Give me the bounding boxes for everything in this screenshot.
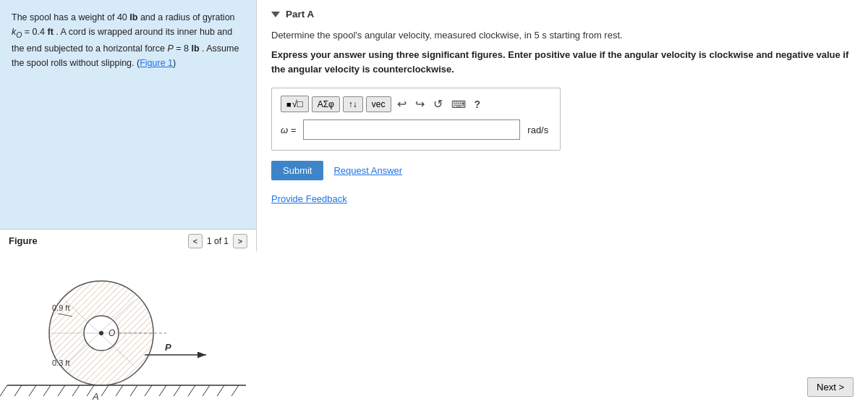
collapse-icon[interactable] <box>271 12 280 17</box>
ground-label: A <box>92 391 99 402</box>
svg-line-12 <box>159 385 166 396</box>
center-label: O <box>109 328 115 338</box>
svg-line-14 <box>188 385 195 396</box>
undo-button[interactable]: ↩ <box>394 96 409 112</box>
left-panel: The spool has a weight of 40 lb and a ra… <box>0 0 257 407</box>
inner-radius-label: 0.3 ft <box>52 358 69 367</box>
input-row: ω = rad/s <box>281 119 551 140</box>
vec-button[interactable]: vec <box>366 96 391 112</box>
svg-line-8 <box>101 385 109 396</box>
svg-line-3 <box>29 385 36 396</box>
svg-line-9 <box>116 385 123 396</box>
right-wrapper: Part A Determine the spool's angular vel… <box>257 0 868 407</box>
reset-button[interactable]: ↺ <box>430 96 446 112</box>
svg-line-10 <box>130 385 137 396</box>
action-row: Submit Request Answer <box>271 161 854 180</box>
svg-line-6 <box>72 385 80 396</box>
part-label: Part A <box>286 9 314 20</box>
instruction-text: Express your answer using three signific… <box>271 48 854 76</box>
redo-button[interactable]: ↪ <box>412 96 427 112</box>
feedback-row: Provide Feedback <box>271 193 854 204</box>
figure-link[interactable]: Figure 1 <box>140 58 173 68</box>
keyboard-button[interactable]: ⌨ <box>448 97 469 112</box>
svg-line-17 <box>231 385 239 396</box>
svg-line-13 <box>174 385 181 396</box>
figure-header: Figure < 1 of 1 > <box>0 229 256 251</box>
feedback-link[interactable]: Provide Feedback <box>271 193 347 204</box>
answer-input[interactable] <box>303 119 520 140</box>
next-figure-btn[interactable]: > <box>233 234 247 248</box>
svg-line-2 <box>14 385 22 396</box>
outer-radius-label: 0.9 ft <box>52 303 69 312</box>
figure-section: Figure < 1 of 1 > <box>0 229 256 407</box>
svg-line-16 <box>217 385 224 396</box>
problem-text: The spool has a weight of 40 lb and a ra… <box>12 10 244 70</box>
question-text: Determine the spool's angular velocity, … <box>271 30 854 41</box>
svg-line-11 <box>145 385 152 396</box>
figure-counter: 1 of 1 <box>207 235 229 248</box>
force-label: P <box>165 342 171 353</box>
figure-diagram: O 0.9 ft 0.3 ft <box>0 251 257 407</box>
svg-line-4 <box>43 385 51 396</box>
request-answer-link[interactable]: Request Answer <box>333 165 402 176</box>
figure-label: Figure <box>9 234 38 248</box>
toolbar: ■ √□ ΑΣφ ↑↓ vec ↩ ↪ ↺ ⌨ ? <box>281 96 551 112</box>
unit-label: rad/s <box>527 125 548 135</box>
answer-box: ■ √□ ΑΣφ ↑↓ vec ↩ ↪ ↺ ⌨ ? ω = rad/s <box>271 88 561 151</box>
submit-button[interactable]: Submit <box>271 161 323 180</box>
sqrt-button[interactable]: ■ √□ <box>281 96 309 112</box>
right-panel: Part A Determine the spool's angular vel… <box>257 0 868 211</box>
arrow-button[interactable]: ↑↓ <box>343 96 363 112</box>
figure-canvas: O 0.9 ft 0.3 ft <box>0 251 257 407</box>
svg-line-15 <box>203 385 210 396</box>
ase-button[interactable]: ΑΣφ <box>312 96 340 112</box>
svg-line-5 <box>58 385 65 396</box>
help-button[interactable]: ? <box>472 97 484 112</box>
omega-label: ω = <box>281 125 296 135</box>
figure-nav: < 1 of 1 > <box>188 234 247 248</box>
svg-point-26 <box>99 331 103 335</box>
part-header: Part A <box>271 9 854 20</box>
svg-line-1 <box>0 385 7 396</box>
next-button[interactable]: Next > <box>807 377 854 397</box>
prev-figure-btn[interactable]: < <box>188 234 203 248</box>
